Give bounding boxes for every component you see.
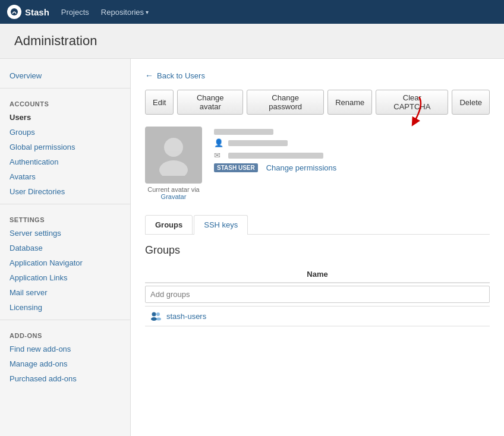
table-row: stash-users — [145, 307, 490, 327]
sidebar-section-accounts: ACCOUNTS — [0, 93, 130, 110]
groups-section: Groups Name — [145, 244, 490, 327]
sidebar-item-avatars[interactable]: Avatars — [0, 169, 130, 184]
delete-button[interactable]: Delete — [452, 90, 490, 115]
change-avatar-button[interactable]: Change avatar — [177, 90, 243, 115]
edit-button[interactable]: Edit — [145, 90, 174, 115]
page-title: Administration — [14, 33, 490, 49]
sidebar-item-users[interactable]: Users — [0, 110, 130, 125]
user-username-row: 👤 — [214, 138, 490, 147]
sidebar-item-groups[interactable]: Groups — [0, 125, 130, 140]
user-display-name-blurred — [214, 129, 273, 135]
back-arrow-icon: ← — [145, 71, 153, 80]
group-name-link[interactable]: stash-users — [166, 312, 206, 321]
page-header: Administration — [0, 24, 504, 59]
sidebar-item-authentication[interactable]: Authentication — [0, 154, 130, 169]
svg-point-5 — [151, 317, 157, 321]
user-email-blurred — [228, 153, 323, 159]
group-icon — [150, 311, 162, 321]
sidebar-item-manage-addons[interactable]: Manage add-ons — [0, 356, 130, 371]
sidebar-item-application-navigator[interactable]: Application Navigator — [0, 255, 130, 270]
nav-repositories[interactable]: Repositories — [101, 8, 149, 17]
sidebar-item-overview[interactable]: Overview — [0, 68, 130, 83]
groups-table: Name — [145, 266, 490, 327]
sidebar-item-find-addons[interactable]: Find new add-ons — [0, 342, 130, 356]
sidebar-item-licensing[interactable]: Licensing — [0, 300, 130, 315]
user-email-row: ✉ — [214, 151, 490, 160]
avatar-section: Current avatar via Gravatar — [145, 127, 202, 200]
layout: Overview ACCOUNTS Users Groups Global pe… — [0, 59, 504, 436]
sidebar-item-application-links[interactable]: Application Links — [0, 270, 130, 285]
svg-point-6 — [156, 312, 160, 316]
sidebar-item-mail-server[interactable]: Mail server — [0, 285, 130, 300]
rename-button[interactable]: Rename — [327, 90, 372, 115]
svg-point-3 — [159, 160, 188, 176]
user-icon: 👤 — [214, 138, 223, 147]
sidebar-section-settings: SETTINGS — [0, 209, 130, 226]
svg-point-7 — [156, 318, 161, 321]
add-groups-input[interactable] — [145, 286, 490, 303]
logo-text: Stash — [25, 7, 49, 17]
sidebar-section-addons: ADD-ONS — [0, 325, 130, 342]
change-password-button[interactable]: Change password — [247, 90, 324, 115]
tab-ssh-keys[interactable]: SSH keys — [194, 215, 248, 235]
user-username-blurred — [228, 140, 288, 146]
sidebar-item-server-settings[interactable]: Server settings — [0, 226, 130, 241]
group-row-content: stash-users — [145, 307, 490, 326]
tab-groups[interactable]: Groups — [145, 215, 193, 235]
avatar — [145, 127, 202, 184]
user-badge-row: STASH USER Change permissions — [214, 163, 490, 172]
svg-point-2 — [164, 138, 183, 157]
back-to-users-label: Back to Users — [157, 71, 205, 80]
svg-point-4 — [152, 312, 156, 317]
avatar-placeholder — [145, 127, 202, 184]
user-info: 👤 ✉ STASH USER Change permissions — [214, 127, 490, 200]
top-navigation: Stash Projects Repositories — [0, 0, 504, 24]
sidebar-item-user-directories[interactable]: User Directories — [0, 184, 130, 199]
groups-section-title: Groups — [145, 244, 490, 257]
sidebar-item-global-permissions[interactable]: Global permissions — [0, 140, 130, 154]
gravatar-link[interactable]: Gravatar — [161, 193, 187, 200]
user-display-name-row — [214, 129, 490, 135]
add-groups-row — [145, 283, 490, 307]
action-buttons-row: Edit Change avatar Change password Renam… — [145, 90, 490, 115]
avatar-caption: Current avatar via Gravatar — [147, 186, 199, 200]
clear-captcha-button[interactable]: Clear CAPTCHA — [376, 90, 448, 115]
mail-icon: ✉ — [214, 151, 223, 160]
main-content: ← Back to Users Edit Change avatar Chang… — [131, 59, 504, 436]
name-column-header: Name — [145, 266, 490, 283]
sidebar-item-purchased-addons[interactable]: Purchased add-ons — [0, 371, 130, 386]
sidebar: Overview ACCOUNTS Users Groups Global pe… — [0, 59, 131, 436]
sidebar-item-database[interactable]: Database — [0, 241, 130, 255]
nav-projects[interactable]: Projects — [61, 8, 89, 17]
stash-user-badge: STASH USER — [214, 163, 258, 172]
tabs-row: Groups SSH keys — [145, 214, 490, 235]
change-permissions-link[interactable]: Change permissions — [266, 163, 337, 172]
logo[interactable]: Stash — [7, 5, 49, 19]
back-to-users-link[interactable]: ← Back to Users — [145, 71, 490, 80]
user-profile-section: Current avatar via Gravatar 👤 ✉ STASH U — [145, 127, 490, 200]
stash-logo-icon — [7, 5, 21, 19]
